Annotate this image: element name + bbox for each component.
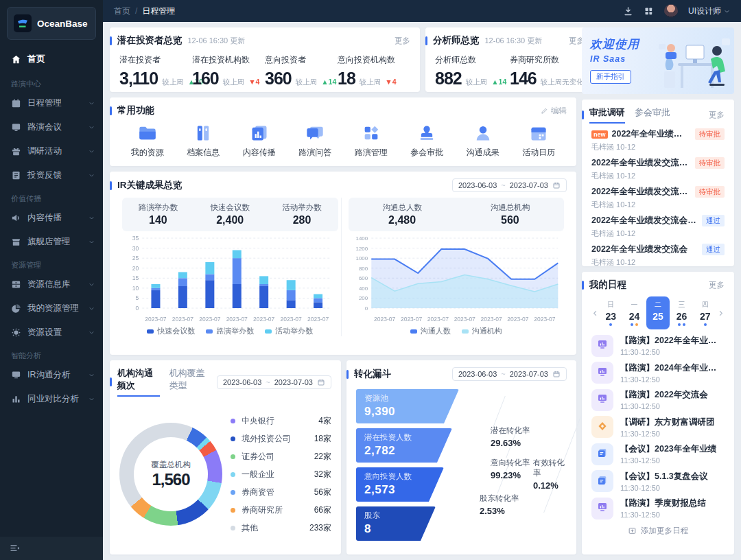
new-badge: new <box>591 130 608 139</box>
schedule-event[interactable]: 【路演】2022年交流会 11:30-12:50 <box>591 389 725 411</box>
legend-swatch <box>462 329 469 334</box>
donut-legend-row: 境外投资公司 18家 <box>231 430 331 447</box>
sidebar-item[interactable]: 路演会议 <box>0 115 103 139</box>
legend-value: 32家 <box>314 469 331 480</box>
sidebar-item-home[interactable]: 首页 <box>0 45 103 73</box>
approval-item[interactable]: 2022年全年业绩发交流会绩发 通过 毛梓涵 10-12 <box>591 215 725 239</box>
legend-label: 活动举办数 <box>275 326 313 336</box>
quick-function-item[interactable]: 路演管理 <box>343 124 399 159</box>
investor-more-link[interactable]: 更多 <box>395 36 410 46</box>
sidebar-item[interactable]: 我的资源管理 <box>0 296 103 320</box>
stat-note: 较上周 <box>360 78 381 87</box>
tab-meeting-approval[interactable]: 参会审批 <box>635 106 670 122</box>
stat-label: 意向投资机构数 <box>338 54 410 66</box>
funnel-card-title: 转化漏斗 <box>354 368 391 380</box>
schedule-event[interactable]: 【调研】东方财富调研团 11:30-12:50 <box>591 416 725 438</box>
activity-icon <box>11 146 21 156</box>
quick-function-item[interactable]: 沟通成果 <box>455 124 511 159</box>
quick-function-item[interactable]: 内容传播 <box>231 124 287 159</box>
funnel-step-value: 9,390 <box>364 405 451 419</box>
svg-text:5: 5 <box>136 294 139 301</box>
calendar-prev-icon[interactable] <box>591 310 599 317</box>
donut-date-range-picker[interactable]: 2023-06-03 ~ 2023-07-03 <box>217 375 331 389</box>
sidebar-item[interactable]: 资源设置 <box>0 320 103 345</box>
schedule-more-link[interactable]: 更多 <box>709 280 725 290</box>
approval-item[interactable]: 2022年全年业绩发交流会绩发 待审批 毛梓涵 10-12 <box>591 157 725 181</box>
add-schedule-button[interactable]: 添加更多日程 <box>591 526 725 536</box>
sidebar-item-label: 日程管理 <box>27 97 62 109</box>
tab-institution-coverage[interactable]: 机构覆盖类型 <box>169 367 212 395</box>
schedule-event[interactable]: 【路演】2022年全年业绩发交流会 11:30-12:50 <box>591 335 725 357</box>
svg-text:2023-07: 2023-07 <box>199 316 220 323</box>
sidebar-item[interactable]: 内容传播 <box>0 206 103 230</box>
sidebar-collapse-bar[interactable] <box>0 537 103 560</box>
date-separator: ~ <box>501 181 505 189</box>
event-icon-glyph <box>596 420 609 434</box>
svg-text:15: 15 <box>132 275 139 281</box>
sidebar-section-label: 价值传播 <box>0 187 103 206</box>
user-menu[interactable]: UI设计师 <box>688 5 730 17</box>
title-accent-bar <box>582 110 584 119</box>
calendar-day[interactable]: 二 25 <box>646 296 670 329</box>
status-badge: 待审批 <box>695 186 725 198</box>
schedule-event[interactable]: 【会议】2023年全年业绩 11:30-12:50 <box>591 443 725 465</box>
ir-stat-value: 560 <box>456 214 564 226</box>
sidebar-item[interactable]: 日程管理 <box>0 91 103 115</box>
newbie-guide-button[interactable]: 新手指引 <box>590 70 631 84</box>
download-icon[interactable] <box>623 6 633 16</box>
edit-quick-functions[interactable]: 编辑 <box>541 106 567 116</box>
date-start: 2023-06-03 <box>223 378 261 386</box>
funnel-step: 潜在投资人数 2,782 <box>356 428 452 463</box>
rate-value: 2.53% <box>480 506 519 516</box>
approval-item[interactable]: 2022年全年业绩发交流会绩发 待审批 毛梓涵 10-12 <box>591 186 725 210</box>
calendar-day[interactable]: 四 27 <box>694 296 717 329</box>
chevron-down-icon <box>89 329 95 336</box>
tab-approval-survey[interactable]: 审批调研 <box>589 106 625 124</box>
quick-function-item[interactable]: 活动日历 <box>511 124 567 159</box>
schedule-event[interactable]: 【路演】2024年全年业总结 11:30-12:50 <box>591 362 725 384</box>
calendar-next-icon[interactable] <box>717 310 725 317</box>
approval-more-link[interactable]: 更多 <box>709 110 725 120</box>
sidebar-item[interactable]: 调研活动 <box>0 139 103 163</box>
quick-function-item[interactable]: 路演问答 <box>287 124 344 159</box>
funnel-date-range-picker[interactable]: 2023-06-03 ~ 2023-07-03 <box>452 367 567 381</box>
quick-function-item[interactable]: 档案信息 <box>176 124 232 159</box>
avatar[interactable] <box>664 4 678 18</box>
rate-label: 股东转化率 <box>480 494 519 502</box>
apps-grid-icon[interactable] <box>644 6 654 16</box>
calendar-day[interactable]: 一 24 <box>622 296 646 329</box>
quick-function-item[interactable]: 参会审批 <box>399 124 456 159</box>
quick-function-label: 参会审批 <box>399 147 456 159</box>
tab-institution-frequency[interactable]: 机构沟通频次 <box>117 367 160 397</box>
quick-card-title: 常用功能 <box>117 104 154 117</box>
title-accent-bar <box>110 181 112 190</box>
breadcrumb-home[interactable]: 首页 <box>114 5 130 17</box>
donut-center-value: 1,560 <box>152 470 189 489</box>
calendar-day[interactable]: 日 23 <box>599 296 622 329</box>
legend-label: 路演举办数 <box>216 326 254 336</box>
sidebar-item[interactable]: 同业对比分析 <box>0 387 103 411</box>
status-badge: 通过 <box>702 244 725 255</box>
svg-text:2023-07: 2023-07 <box>480 316 502 323</box>
sidebar-item[interactable]: 旗舰店管理 <box>0 230 103 254</box>
approval-item[interactable]: new 2022年全年业绩发交流会绩... 待审批 毛梓涵 10-12 <box>591 128 725 152</box>
schedule-event[interactable]: 【会议】5.1.3复盘会议 11:30-12:50 <box>591 470 725 492</box>
ir-date-range-picker[interactable]: 2023-06-03 ~ 2023-07-03 <box>452 178 567 192</box>
sidebar-item[interactable]: 资源信息库 <box>0 272 103 296</box>
donut-legend-row: 其他 233家 <box>231 519 331 537</box>
logo[interactable]: OceanBase <box>7 7 96 40</box>
analyst-card-title: 分析师总览 <box>433 34 480 47</box>
irchat-icon <box>11 370 21 380</box>
calendar-day[interactable]: 三 26 <box>670 296 693 329</box>
schedule-event[interactable]: 【路演】季度财报总结 11:30-12:50 <box>591 498 725 520</box>
approval-item[interactable]: 2022年全年业绩发交流会 通过 毛梓涵 10-12 <box>591 244 725 266</box>
investor-overview-card: 潜在投资者总览 12-06 16:30 更新 更多 潜在投资者 3,110 较上… <box>110 27 420 92</box>
sidebar-item[interactable]: IR沟通分析 <box>0 363 103 387</box>
svg-text:1200: 1200 <box>355 246 368 252</box>
quick-function-item[interactable]: 我的资源 <box>119 124 176 159</box>
sidebar-section: 资源管理 资源信息库 我的资源管理 资源设置 <box>0 254 103 345</box>
svg-text:2023-07: 2023-07 <box>226 316 248 323</box>
sidebar-nav: 首页 路演中心 日程管理 路演会议 调研活动 投资反馈 价值传播 <box>0 43 103 537</box>
sidebar-item[interactable]: 投资反馈 <box>0 163 103 187</box>
conversion-rate: 有效转化率 0.12% <box>533 458 567 491</box>
